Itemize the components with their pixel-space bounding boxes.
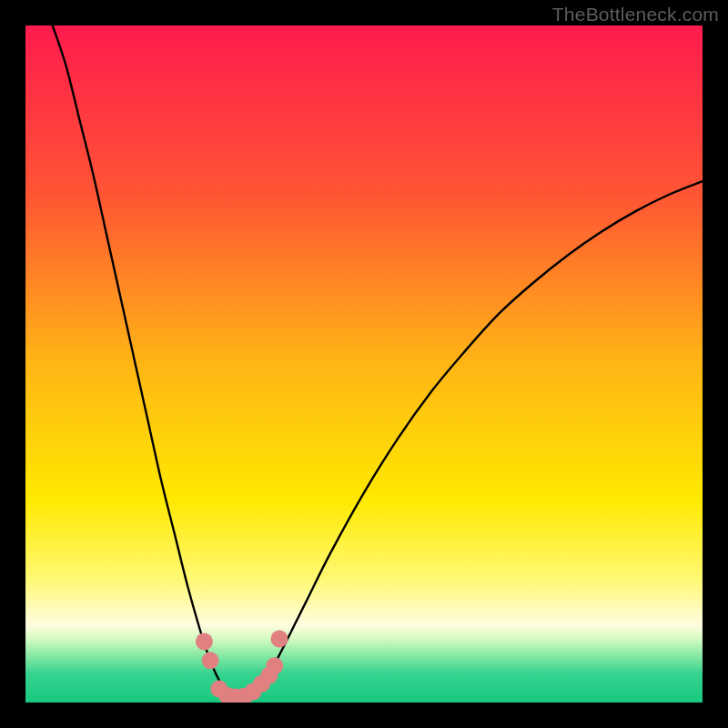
chart-plot-area (25, 25, 703, 703)
chart-frame: TheBottleneck.com (0, 0, 728, 728)
gradient-background (25, 25, 703, 703)
watermark-text: TheBottleneck.com (552, 4, 719, 25)
data-marker (271, 631, 288, 648)
data-marker (196, 633, 213, 651)
data-marker (266, 657, 283, 674)
data-marker (202, 652, 219, 669)
chart-svg (25, 25, 703, 703)
